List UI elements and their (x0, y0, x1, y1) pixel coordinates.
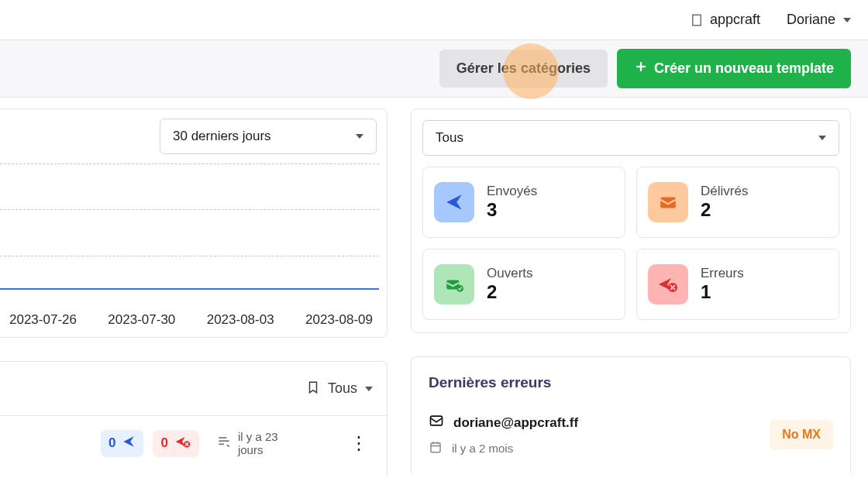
chevron-down-icon (365, 387, 373, 391)
stat-value: 2 (701, 199, 748, 221)
svg-rect-22 (431, 443, 440, 452)
gridline (0, 256, 379, 256)
error-row[interactable]: doriane@appcraft.ff il y a 2 mois No MX (429, 413, 833, 456)
user-name: Doriane (787, 12, 835, 28)
action-bar: Gérer les catégories Créer un nouveau te… (0, 40, 868, 98)
stat-value: 1 (701, 281, 744, 303)
x-tick: 2023-08-09 (305, 312, 373, 328)
kebab-icon: ⋮ (350, 432, 368, 453)
stats-panel: Tous Envoyés 3 (411, 108, 851, 333)
list-item[interactable]: 0 0 il y a 23 jours (0, 416, 387, 470)
stat-label: Délivrés (701, 184, 748, 199)
create-template-button[interactable]: Créer un nouveau template (617, 49, 851, 88)
plus-icon (634, 60, 648, 77)
send-icon (122, 435, 136, 452)
button-label: Créer un nouveau template (654, 60, 834, 77)
send-error-icon (174, 435, 191, 452)
button-label: Gérer les catégories (456, 60, 591, 77)
sent-count: 0 (108, 435, 115, 451)
templates-list-panel: Tous 0 0 (0, 361, 388, 477)
envelope-icon (429, 413, 444, 432)
stats-filter-label: Tous (436, 130, 463, 146)
templates-list-header: Tous (0, 362, 387, 416)
user-menu[interactable]: Doriane (787, 12, 851, 28)
gridline (0, 163, 379, 164)
error-badge: No MX (770, 420, 833, 449)
svg-rect-0 (693, 15, 701, 26)
envelope-image-icon (648, 182, 688, 222)
list-item-menu[interactable]: ⋮ (345, 432, 373, 454)
list-item-reltime: il y a 23 jours (238, 430, 292, 457)
manage-categories-button[interactable]: Gérer les catégories (439, 50, 608, 88)
stats-filter-select[interactable]: Tous (422, 120, 839, 156)
notes-icon (216, 434, 232, 452)
stat-delivered: Délivrés 2 (636, 167, 839, 238)
bookmark-icon (306, 380, 320, 398)
chart-x-axis: 2023-07-26 2023-07-30 2023-08-03 2023-08… (0, 312, 379, 328)
list-filter-label: Tous (328, 380, 357, 397)
chevron-down-icon (843, 18, 851, 22)
errors-panel: Dernières erreurs doriane@appcraft.ff il… (411, 356, 851, 473)
stat-value: 2 (487, 281, 533, 303)
x-tick: 2023-07-26 (9, 312, 77, 328)
stat-sent: Envoyés 3 (422, 167, 625, 238)
svg-rect-15 (660, 198, 676, 208)
gridline (0, 209, 379, 210)
send-error-icon (648, 264, 688, 304)
stat-value: 3 (487, 199, 537, 221)
stat-opened: Ouverts 2 (422, 249, 625, 320)
period-select-label: 30 derniers jours (173, 129, 271, 144)
error-email: doriane@appcraft.ff (453, 415, 578, 431)
chart-body: 2023-07-26 2023-07-30 2023-08-03 2023-08… (0, 163, 379, 328)
org-name: appcraft (710, 12, 760, 28)
envelope-open-icon (434, 264, 474, 304)
chevron-down-icon (818, 136, 826, 140)
list-filter[interactable]: Tous (306, 380, 373, 398)
stat-label: Envoyés (487, 184, 537, 199)
chart-series-line (0, 288, 379, 290)
sent-pill: 0 (101, 430, 143, 457)
chevron-down-icon (356, 134, 363, 139)
building-icon (690, 13, 704, 27)
send-icon (434, 182, 474, 222)
errors-panel-title: Dernières erreurs (429, 374, 833, 391)
chart-panel: 30 derniers jours 2023-07-26 2023-07-30 … (0, 108, 388, 338)
stat-errors: Erreurs 1 (636, 249, 839, 320)
error-pill: 0 (153, 430, 198, 457)
error-reltime: il y a 2 mois (452, 442, 513, 455)
org-switcher[interactable]: appcraft (690, 12, 760, 28)
x-tick: 2023-08-03 (207, 312, 274, 328)
period-select[interactable]: 30 derniers jours (160, 119, 377, 154)
x-tick: 2023-07-30 (108, 312, 175, 328)
error-count: 0 (160, 435, 167, 451)
svg-rect-21 (431, 416, 443, 425)
stat-label: Ouverts (487, 266, 533, 281)
stat-label: Erreurs (701, 266, 744, 281)
calendar-icon (429, 440, 443, 456)
topbar: appcraft Doriane (0, 0, 868, 40)
